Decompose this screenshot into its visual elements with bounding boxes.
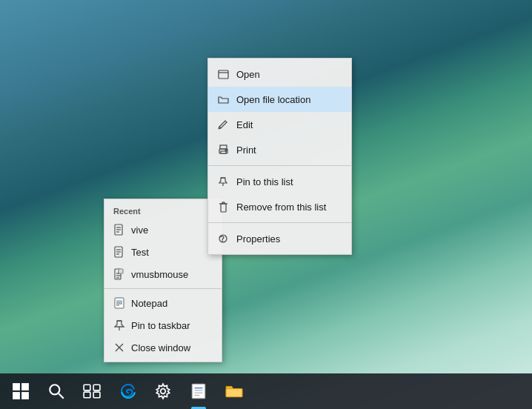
svg-line-44 [59, 393, 64, 399]
jump-list-action-label: Notepad [131, 298, 167, 309]
window-icon [217, 68, 229, 80]
jump-list-item-vmusbmouse[interactable]: vmusbmouse [104, 263, 222, 285]
context-menu-item-label: Pin to this list [236, 176, 293, 187]
start-button[interactable] [3, 373, 39, 409]
context-menu-item-open-file-location[interactable]: Open file location [208, 87, 351, 112]
context-menu-separator-1 [208, 165, 351, 166]
close-window-icon [113, 342, 125, 353]
svg-rect-28 [221, 151, 226, 153]
context-menu: Open Open file location Edit [207, 58, 352, 255]
context-menu-item-label: Remove from this list [236, 202, 326, 213]
context-menu-separator-2 [208, 222, 351, 223]
search-button[interactable] [39, 373, 74, 409]
document-icon [113, 246, 125, 258]
svg-rect-9 [119, 269, 123, 273]
pin-icon [217, 176, 229, 187]
svg-rect-22 [219, 70, 228, 79]
jump-list: Recent vive Test [104, 199, 222, 362]
edge-button[interactable] [110, 373, 145, 409]
jump-list-item-test[interactable]: Test [104, 241, 222, 263]
printer-icon [217, 144, 229, 156]
jump-list-item-label: Test [131, 247, 149, 258]
context-menu-item-edit[interactable]: Edit [208, 112, 351, 137]
task-view-button[interactable] [74, 373, 110, 409]
svg-rect-45 [84, 385, 90, 390]
context-menu-item-remove-from-list[interactable]: Remove from this list [208, 194, 351, 219]
jump-list-action-pin-taskbar[interactable]: Pin to taskbar [104, 314, 222, 336]
folder-icon [217, 93, 229, 105]
document-icon [113, 224, 125, 236]
svg-point-43 [50, 385, 59, 394]
context-menu-item-label: Print [236, 144, 256, 156]
context-menu-item-label: Open [236, 69, 260, 80]
svg-rect-40 [21, 383, 29, 390]
svg-point-29 [225, 150, 227, 151]
context-menu-item-label: Properties [236, 233, 280, 245]
pencil-icon [217, 119, 229, 130]
svg-rect-46 [93, 385, 100, 390]
notepad-icon [113, 297, 125, 309]
file-explorer-button[interactable] [216, 373, 252, 409]
svg-rect-55 [226, 389, 242, 397]
notepad-taskbar-button[interactable] [181, 373, 216, 409]
svg-rect-50 [192, 384, 205, 399]
jump-list-section-header: Recent [104, 202, 222, 219]
context-menu-item-pin-to-list[interactable]: Pin to this list [208, 169, 351, 194]
jump-list-item-vive[interactable]: vive [104, 219, 222, 241]
svg-rect-39 [13, 383, 20, 390]
context-menu-item-properties[interactable]: Properties [208, 226, 351, 251]
svg-rect-13 [115, 298, 124, 308]
svg-rect-42 [21, 392, 29, 399]
trash-icon [217, 201, 229, 213]
context-menu-item-label: Edit [236, 119, 253, 130]
settings-button[interactable] [145, 373, 181, 409]
context-menu-item-label: Open file location [236, 94, 310, 105]
context-menu-item-open[interactable]: Open [208, 61, 351, 87]
jump-list-action-label: Close window [131, 342, 190, 353]
properties-icon [217, 233, 229, 245]
jump-list-action-notepad[interactable]: Notepad [104, 292, 222, 314]
jump-list-item-label: vmusbmouse [131, 269, 188, 280]
svg-point-49 [161, 389, 166, 394]
svg-rect-33 [221, 204, 226, 212]
svg-rect-41 [13, 392, 20, 399]
svg-rect-47 [84, 392, 90, 398]
jump-list-separator [104, 288, 222, 289]
svg-rect-26 [220, 145, 227, 149]
svg-rect-48 [93, 392, 100, 398]
document-icon [113, 268, 125, 280]
jump-list-action-close-window[interactable]: Close window [104, 336, 222, 359]
svg-point-38 [222, 241, 224, 242]
taskbar [0, 373, 532, 409]
jump-list-action-label: Pin to taskbar [131, 320, 190, 331]
pin-taskbar-icon [113, 319, 125, 331]
context-menu-item-print[interactable]: Print [208, 137, 351, 162]
jump-list-item-label: vive [131, 225, 148, 236]
